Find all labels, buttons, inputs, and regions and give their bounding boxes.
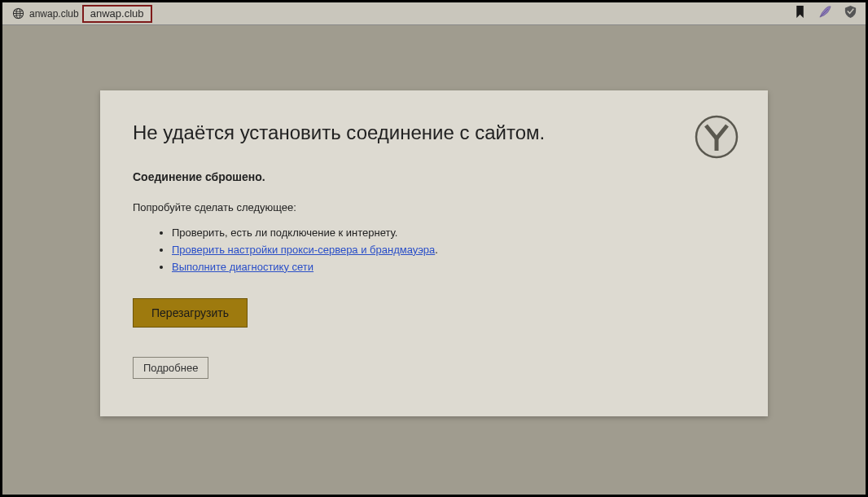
error-card: Не удаётся установить соединение с сайто… <box>100 90 768 416</box>
suggestion-item: Выполните диагностику сети <box>172 259 735 276</box>
toolbar-right-icons <box>793 5 857 22</box>
reload-button[interactable]: Перезагрузить <box>133 298 248 328</box>
error-title: Не удаётся установить соединение с сайто… <box>133 121 735 144</box>
suggestion-text: Проверить, есть ли подключение к интерне… <box>172 227 397 239</box>
suggestion-item: Проверить, есть ли подключение к интерне… <box>172 225 735 242</box>
bookmark-icon[interactable] <box>793 5 807 22</box>
error-subtitle: Соединение сброшено. <box>133 170 735 183</box>
url-text: anwap.club <box>90 7 144 20</box>
proxy-settings-link[interactable]: Проверить настройки прокси-сервера и бра… <box>172 244 435 256</box>
error-prompt: Попробуйте сделать следующее: <box>133 201 735 213</box>
yandex-logo-icon <box>695 115 739 159</box>
suggestions-list: Проверить, есть ли подключение к интерне… <box>172 225 735 275</box>
browser-toolbar: anwap.club anwap.club <box>2 2 866 25</box>
tab-region: anwap.club anwap.club <box>2 2 152 24</box>
window-frame: anwap.club anwap.club <box>0 0 868 497</box>
tab-label[interactable]: anwap.club <box>29 8 79 20</box>
feather-icon[interactable] <box>818 5 832 22</box>
shield-icon[interactable] <box>844 5 857 22</box>
details-button[interactable]: Подробнее <box>133 357 208 379</box>
network-diagnostics-link[interactable]: Выполните диагностику сети <box>172 261 313 273</box>
suggestion-item: Проверить настройки прокси-сервера и бра… <box>172 242 735 259</box>
url-box-highlighted[interactable]: anwap.club <box>82 5 152 23</box>
globe-icon <box>12 7 24 20</box>
content-area: Не удаётся установить соединение с сайто… <box>2 25 866 495</box>
